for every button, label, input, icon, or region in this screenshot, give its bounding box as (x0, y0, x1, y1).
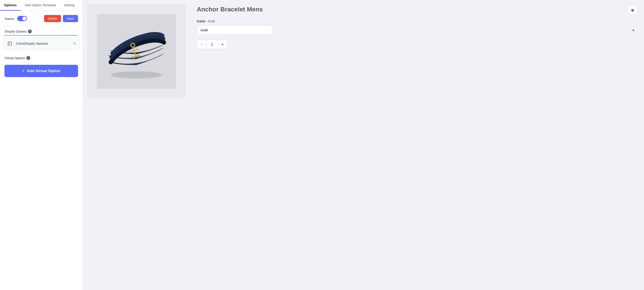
left-panel: Options Add Option Template Setting Stat… (0, 0, 83, 290)
tabs-bar: Options Add Option Template Setting (0, 0, 82, 11)
color-row: Color Gold (197, 19, 637, 23)
product-image-container (87, 4, 186, 98)
product-title: Anchor Bracelet Mens (197, 5, 263, 13)
quantity-value: 1 (206, 40, 218, 49)
shopify-option-item: Color(Shopify Variants) ✎ (3, 37, 80, 50)
product-title-row: Anchor Bracelet Mens ◉ (197, 5, 637, 15)
virtual-options-text: Virtual Options (4, 56, 25, 60)
add-virtual-option-label: Add Virtual Option (27, 69, 60, 73)
option-item-left: Color(Shopify Variants) (6, 40, 48, 47)
svg-rect-0 (8, 42, 12, 45)
shopify-options-help-icon[interactable]: ? (28, 29, 32, 33)
tab-add-option-template[interactable]: Add Option Template (21, 0, 60, 11)
color-select-wrapper: Gold Silver Black ▾ (197, 25, 637, 35)
tab-options[interactable]: Options (0, 0, 21, 11)
tab-setting[interactable]: Setting (60, 0, 78, 11)
virtual-options-section: Virtual Options ? (0, 51, 82, 65)
status-buttons: Delete Save (44, 15, 78, 22)
save-button[interactable]: Save (63, 15, 78, 22)
shopify-options-label: Shopify Options ? (0, 26, 82, 35)
quantity-decrease-button[interactable]: - (197, 40, 206, 49)
quantity-row: - 1 + (197, 40, 637, 49)
shopify-options-text: Shopify Options (4, 30, 26, 33)
eye-button[interactable]: ◉ (628, 5, 637, 15)
color-select[interactable]: Gold Silver Black (197, 25, 273, 35)
virtual-options-help-icon[interactable]: ? (26, 56, 30, 60)
status-left: Status: (4, 16, 27, 21)
product-image-area (83, 0, 190, 290)
status-toggle[interactable] (17, 16, 27, 21)
quantity-increase-button[interactable]: + (218, 40, 227, 49)
left-panel-content: Status: Delete Save Shopify Options ? (0, 11, 82, 290)
plus-icon: + (22, 68, 25, 73)
virtual-options-label: Virtual Options ? (4, 53, 78, 62)
eye-icon: ◉ (631, 7, 634, 12)
shopify-options-divider (4, 35, 78, 35)
option-name: Color(Shopify Variants) (16, 42, 48, 45)
status-row: Status: Delete Save (0, 11, 82, 26)
color-label: Color (197, 19, 206, 23)
product-image (97, 14, 176, 89)
delete-button[interactable]: Delete (44, 15, 61, 22)
option-type-icon (6, 40, 13, 47)
add-virtual-option-button[interactable]: + Add Virtual Option (4, 65, 78, 77)
chevron-down-icon: ▾ (632, 28, 634, 32)
product-details: Anchor Bracelet Mens ◉ Color Gold Gold S… (190, 0, 644, 290)
svg-point-2 (111, 71, 162, 78)
right-area: Anchor Bracelet Mens ◉ Color Gold Gold S… (83, 0, 644, 290)
color-value: Gold (208, 19, 215, 23)
edit-icon[interactable]: ✎ (73, 41, 76, 46)
status-label: Status: (4, 17, 15, 20)
